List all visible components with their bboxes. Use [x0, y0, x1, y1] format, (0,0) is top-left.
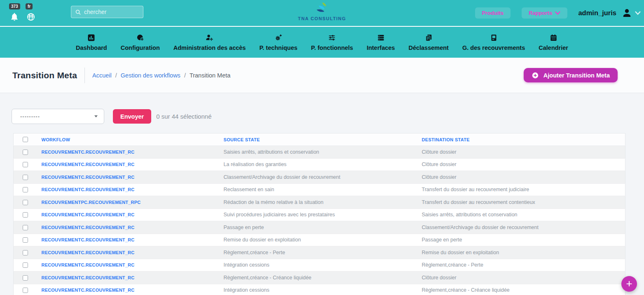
- topbar-status-icons: 373 fr: [9, 3, 38, 22]
- nav-item-p-techniques[interactable]: P. techniques: [259, 34, 297, 51]
- destination-state-cell: Règlement,créance - Créance liquidée: [418, 284, 625, 295]
- source-state-cell: Règlement,créance - Créance liquidée: [220, 272, 418, 284]
- nav-item-g-des-recouvrements[interactable]: G. des recouvrements: [462, 34, 525, 51]
- user-gear-icon: [206, 34, 213, 42]
- nav-label: P. techniques: [259, 44, 297, 51]
- table-row: RECOUVREMENTC.RECOUVREMENT_RC Remise du …: [14, 234, 625, 246]
- nav-label: Administration des accès: [173, 44, 246, 51]
- chevron-down-icon: [555, 11, 560, 15]
- user-avatar-icon: [621, 7, 632, 19]
- workflow-link[interactable]: RECOUVREMENTC.RECOUVREMENT_RC: [37, 272, 220, 284]
- workflow-link[interactable]: RECOUVREMENTC.RECOUVREMENT_RC: [37, 183, 220, 196]
- row-checkbox-cell: [14, 246, 37, 259]
- destination-state-cell: Transfert du dossier au recouvrement con…: [418, 196, 625, 209]
- row-checkbox[interactable]: [23, 175, 28, 180]
- user-menu-button[interactable]: [621, 7, 632, 19]
- breadcrumb-section-link[interactable]: Gestion des workflows: [121, 72, 180, 79]
- row-checkbox-cell: [14, 259, 37, 272]
- workflow-link[interactable]: RECOUVREMENTC.RECOUVREMENT_RC: [37, 246, 220, 259]
- source-state-cell: Rédaction de la mémo relative à la situa…: [220, 196, 418, 209]
- table-row: RECOUVREMENTPC.RECOUVREMENT_RPC Rédactio…: [14, 196, 625, 209]
- action-select[interactable]: ---------: [12, 109, 104, 124]
- notifications-button[interactable]: 373: [9, 3, 21, 22]
- rapports-button-label: Rapports: [529, 10, 552, 16]
- workflow-link[interactable]: RECOUVREMENTC.RECOUVREMENT_RC: [37, 284, 220, 295]
- destination-state-cell: Classement/Archivage du dossier de recou…: [418, 221, 625, 234]
- notification-count-badge: 373: [9, 3, 20, 9]
- bulk-action-toolbar: --------- Envoyer 0 sur 44 sélectionné: [12, 109, 625, 124]
- workflow-link[interactable]: RECOUVREMENTPC.RECOUVREMENT_RPC: [37, 196, 220, 209]
- account-chevron-down-icon[interactable]: [635, 11, 641, 15]
- configuration-icon: [136, 34, 144, 42]
- source-state-cell: Passage en perte: [220, 221, 418, 234]
- floating-add-button[interactable]: +: [621, 276, 637, 292]
- breadcrumb-home-link[interactable]: Accueil: [92, 72, 112, 79]
- row-checkbox[interactable]: [23, 150, 28, 155]
- workflow-link[interactable]: RECOUVREMENTC.RECOUVREMENT_RC: [37, 234, 220, 246]
- nav-label: P. fonctionnels: [311, 44, 353, 51]
- workflow-link[interactable]: RECOUVREMENTC.RECOUVREMENT_RC: [37, 171, 220, 184]
- source-state-cell: Intégration cessions: [220, 284, 418, 295]
- row-checkbox[interactable]: [23, 212, 28, 218]
- search-input[interactable]: [84, 9, 139, 15]
- plus-circle-icon: [532, 72, 539, 79]
- brand-logo[interactable]: TNA CONSULTING: [298, 2, 346, 21]
- table-row: RECOUVREMENTC.RECOUVREMENT_RC Reclasseme…: [14, 183, 625, 196]
- destination-state-cell: Saisies arrêts, attributions et conserva…: [418, 208, 625, 221]
- nav-item-declassement[interactable]: Déclassement: [408, 34, 449, 51]
- rapports-menu-button[interactable]: Rapports: [522, 7, 567, 19]
- workflow-link[interactable]: RECOUVREMENTC.RECOUVREMENT_RC: [37, 221, 220, 234]
- application-window: 373 fr TNA CONSULTING Produits Rapport: [0, 0, 644, 295]
- select-all-checkbox[interactable]: [23, 137, 28, 142]
- add-transition-meta-button[interactable]: Ajouter Transition Meta: [524, 68, 618, 82]
- row-checkbox[interactable]: [23, 237, 28, 243]
- add-button-label: Ajouter Transition Meta: [543, 72, 610, 79]
- workflow-link[interactable]: RECOUVREMENTC.RECOUVREMENT_RC: [37, 259, 220, 272]
- top-bar: 373 fr TNA CONSULTING Produits Rapport: [0, 0, 644, 26]
- row-checkbox[interactable]: [23, 262, 28, 268]
- nav-item-interfaces[interactable]: Interfaces: [367, 34, 395, 51]
- gear-plus-icon: [274, 34, 282, 42]
- row-checkbox[interactable]: [23, 275, 28, 281]
- breadcrumb-separator: /: [184, 72, 186, 79]
- workflow-link[interactable]: RECOUVREMENTC.RECOUVREMENT_RC: [37, 208, 220, 221]
- produits-button[interactable]: Produits: [475, 7, 511, 19]
- breadcrumb: Accueil / Gestion des workflows / Transi…: [92, 72, 230, 79]
- row-checkbox[interactable]: [23, 288, 28, 293]
- envoyer-button[interactable]: Envoyer: [113, 109, 151, 124]
- device-book-icon: [490, 34, 498, 42]
- workflow-link[interactable]: RECOUVREMENTC.RECOUVREMENT_RC: [37, 146, 220, 159]
- workflow-link[interactable]: RECOUVREMENTC.RECOUVREMENT_RC: [37, 158, 220, 171]
- nav-item-administration-des-acces[interactable]: Administration des accès: [173, 34, 246, 51]
- server-icon: [377, 34, 385, 42]
- row-checkbox[interactable]: [23, 250, 28, 255]
- nav-label: Calendrier: [539, 44, 568, 51]
- column-header-destination-state[interactable]: DESTINATION STATE: [418, 133, 625, 146]
- column-header-workflow[interactable]: WORKFLOW: [37, 133, 220, 146]
- language-button[interactable]: fr: [26, 3, 38, 22]
- nav-item-dashboard[interactable]: Dashboard: [76, 34, 107, 51]
- title-separator: [84, 68, 85, 83]
- column-header-source-state[interactable]: SOURCE STATE: [220, 133, 418, 146]
- table-row: RECOUVREMENTC.RECOUVREMENT_RC Règlement,…: [14, 246, 625, 259]
- row-checkbox[interactable]: [23, 200, 28, 205]
- nav-item-configuration[interactable]: Configuration: [121, 34, 160, 51]
- row-checkbox-cell: [14, 208, 37, 221]
- nav-item-calendrier[interactable]: Calendrier: [539, 34, 568, 51]
- source-state-cell: Reclassement en sain: [220, 183, 418, 196]
- source-state-cell: Remise du dossier en exploitation: [220, 234, 418, 246]
- row-checkbox-cell: [14, 158, 37, 171]
- source-state-cell: Règlement,créance - Perte: [220, 246, 418, 259]
- sliders-icon: [328, 34, 336, 42]
- row-checkbox[interactable]: [23, 162, 28, 167]
- row-checkbox[interactable]: [23, 187, 28, 192]
- transitions-table: WORKFLOW SOURCE STATE DESTINATION STATE …: [13, 133, 625, 295]
- nav-item-p-fonctionnels[interactable]: P. fonctionnels: [311, 34, 353, 51]
- table-header: WORKFLOW SOURCE STATE DESTINATION STATE: [14, 133, 625, 146]
- selection-status: 0 sur 44 sélectionné: [156, 113, 211, 120]
- nav-label: Configuration: [121, 44, 160, 51]
- row-checkbox[interactable]: [23, 225, 28, 230]
- logo-leaves-icon: [314, 2, 330, 14]
- table-row: RECOUVREMENTC.RECOUVREMENT_RC Saisies ar…: [14, 146, 625, 159]
- table-row: RECOUVREMENTC.RECOUVREMENT_RC Intégratio…: [14, 259, 625, 272]
